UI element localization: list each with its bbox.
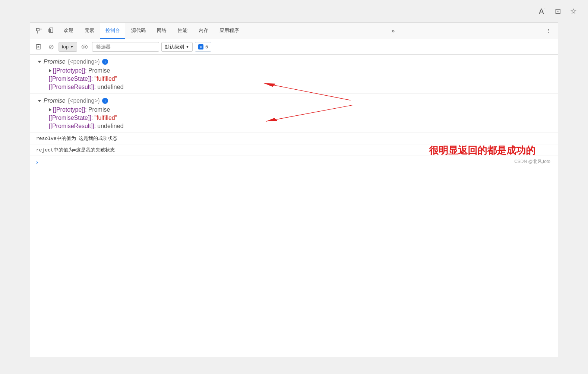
tab-bar: 欢迎 元素 控制台 源代码 网络 性能 内存 应用程序 » ⋮ xyxy=(30,23,558,39)
resolve-text: resolve中的值为=这是我的成功状态 xyxy=(36,136,117,141)
svg-rect-0 xyxy=(37,28,39,31)
tab-application[interactable]: 应用程序 xyxy=(214,23,244,39)
font-icon[interactable]: A↑ xyxy=(539,7,546,16)
svg-point-4 xyxy=(83,46,85,48)
annotation-text: 很明显返回的都是成功的 xyxy=(429,144,535,157)
promise1-result-value: undefined xyxy=(97,84,123,90)
console-toolbar: ⊘ top ▼ 默认级别 ▼ ≡ 5 xyxy=(30,39,558,55)
promise1-state-row: [[PromiseState]]: "fulfilled" xyxy=(38,75,552,83)
promise1-prototype-value: Promise xyxy=(88,67,110,74)
split-icon[interactable]: ⊡ xyxy=(555,7,561,16)
browser-chrome: A↑ ⊡ ☆ xyxy=(0,0,588,22)
console-cursor-row[interactable]: › xyxy=(30,156,558,169)
promise2-state-row: [[PromiseState]]: "fulfilled" xyxy=(38,114,552,122)
promise1-result-row: [[PromiseResult]]: undefined xyxy=(38,83,552,91)
promise2-result-key: [[PromiseResult]]: xyxy=(49,123,96,130)
promise2-label: Promise xyxy=(44,98,66,104)
resolve-line: resolve中的值为=这是我的成功状态 xyxy=(30,133,558,144)
promise2-expand-icon[interactable] xyxy=(38,100,41,102)
message-count-badge[interactable]: ≡ 5 xyxy=(195,42,211,52)
promise2-header[interactable]: Promise {<pending>} i xyxy=(38,96,552,106)
star-icon[interactable]: ☆ xyxy=(570,7,577,16)
promise1-label: Promise xyxy=(44,58,66,65)
filter-input[interactable] xyxy=(92,42,159,52)
context-selector[interactable]: top ▼ xyxy=(59,42,77,52)
promise2-block: Promise {<pending>} i [[Prototype]]: Pro… xyxy=(30,94,558,133)
promise2-state-value: "fulfilled" xyxy=(94,115,117,121)
svg-point-3 xyxy=(51,32,52,32)
tab-welcome[interactable]: 欢迎 xyxy=(59,23,79,39)
cursor-icon: › xyxy=(36,159,38,166)
promise1-state-value: "fulfilled" xyxy=(94,76,117,82)
tab-sources[interactable]: 源代码 xyxy=(126,23,151,39)
tab-memory[interactable]: 内存 xyxy=(193,23,214,39)
level-dropdown-icon: ▼ xyxy=(186,45,189,49)
console-output: Promise {<pending>} i [[Prototype]]: Pro… xyxy=(30,55,558,169)
inspect-icon[interactable] xyxy=(33,25,45,37)
promise1-pending: {<pending>} xyxy=(68,58,100,65)
promise2-pending: {<pending>} xyxy=(68,98,100,104)
watermark: CSDN @北风,toto xyxy=(514,159,550,165)
message-count: 5 xyxy=(205,44,208,49)
promise1-prototype-key: [[Prototype]]: xyxy=(53,67,87,74)
tab-elements[interactable]: 元素 xyxy=(79,23,99,39)
promise1-result-key: [[PromiseResult]]: xyxy=(49,84,96,90)
promise2-result-value: undefined xyxy=(97,123,123,130)
context-label: top xyxy=(62,44,69,49)
no-entry-button[interactable]: ⊘ xyxy=(46,42,56,52)
promise2-state-key: [[PromiseState]]: xyxy=(49,115,93,121)
tab-console[interactable]: 控制台 xyxy=(100,23,125,39)
promise2-prototype-expand[interactable] xyxy=(49,108,51,112)
context-dropdown-icon: ▼ xyxy=(70,45,74,49)
tab-network[interactable]: 网络 xyxy=(152,23,172,39)
promise2-info-icon[interactable]: i xyxy=(102,98,108,104)
promise2-result-row: [[PromiseResult]]: undefined xyxy=(38,122,552,130)
promise1-expand-icon[interactable] xyxy=(38,61,41,63)
tab-options-button[interactable]: ⋮ xyxy=(542,23,555,39)
tab-performance[interactable]: 性能 xyxy=(173,23,193,39)
level-selector[interactable]: 默认级别 ▼ xyxy=(161,42,193,52)
promise2-prototype-row: [[Prototype]]: Promise xyxy=(38,106,552,114)
promise2-prototype-value: Promise xyxy=(88,106,110,113)
level-label: 默认级别 xyxy=(165,44,184,50)
clear-console-button[interactable] xyxy=(33,42,44,52)
promise1-prototype-row: [[Prototype]]: Promise xyxy=(38,67,552,75)
device-icon[interactable] xyxy=(46,25,58,37)
reject-text: reject中的值为=这是我的失败状态 xyxy=(36,147,115,153)
tab-more-button[interactable]: » xyxy=(388,23,399,39)
eye-icon-button[interactable] xyxy=(79,42,90,52)
promise2-prototype-key: [[Prototype]]: xyxy=(53,106,87,113)
message-icon: ≡ xyxy=(198,44,203,49)
devtools-panel: 欢迎 元素 控制台 源代码 网络 性能 内存 应用程序 » ⋮ xyxy=(30,22,558,357)
promise1-block: Promise {<pending>} i [[Prototype]]: Pro… xyxy=(30,55,558,94)
promise1-info-icon[interactable]: i xyxy=(102,59,108,65)
promise1-prototype-expand[interactable] xyxy=(49,69,51,73)
promise1-header[interactable]: Promise {<pending>} i xyxy=(38,57,552,67)
promise1-state-key: [[PromiseState]]: xyxy=(49,76,93,82)
